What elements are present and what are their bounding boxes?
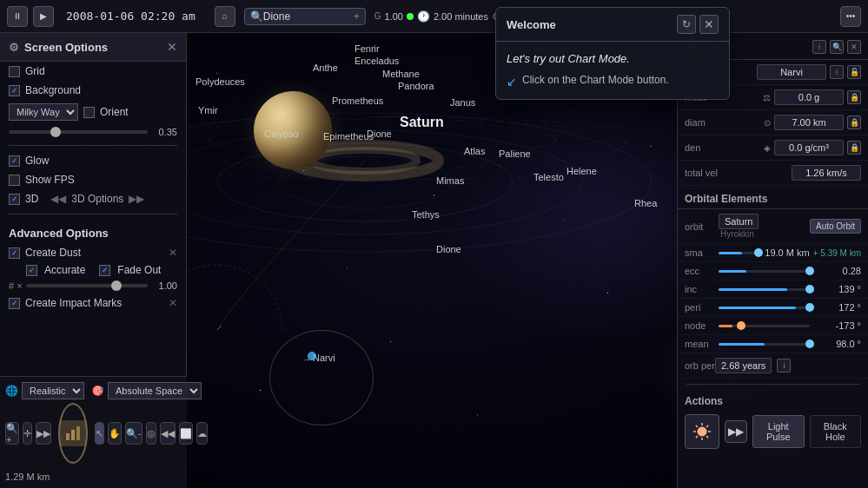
glow-row: Glow <box>0 151 186 170</box>
orient-label[interactable]: Orient <box>100 106 129 118</box>
create-dust-label[interactable]: Create Dust <box>25 247 81 259</box>
glow-checkbox[interactable] <box>9 155 20 167</box>
den-value[interactable]: 0.0 g/cm³ <box>774 140 844 155</box>
planet-label-methane[interactable]: Methane <box>382 69 420 79</box>
play-button[interactable]: ▶ <box>33 6 54 27</box>
threed-checkbox[interactable] <box>9 194 20 205</box>
planet-label-janus[interactable]: Janus <box>450 97 475 108</box>
realistic-select[interactable]: Realistic Artistic <box>22 382 84 399</box>
accurate-label[interactable]: Accurate <box>44 264 85 276</box>
absolute-space-select[interactable]: Absolute Space <box>108 382 202 399</box>
orbit-value[interactable]: Saturn <box>719 214 759 229</box>
cursor-button[interactable]: ↖ <box>95 422 104 445</box>
brightness-slider[interactable] <box>9 130 148 134</box>
orb-per-info-icon[interactable]: i <box>777 359 791 373</box>
orb-per-value[interactable]: 2.68 years <box>715 358 772 373</box>
pause-button[interactable]: ⏸ <box>7 6 28 27</box>
name-value[interactable]: Narvi <box>757 64 826 80</box>
crosshair-button[interactable]: ✛ <box>23 422 32 445</box>
hand-button[interactable]: ✋ <box>108 422 122 445</box>
actions-section: Actions ▶▶ Light Pulse <box>678 390 868 454</box>
background-row: Background <box>0 81 186 100</box>
create-dust-checkbox[interactable] <box>9 247 20 259</box>
grid-label[interactable]: Grid <box>25 65 45 77</box>
create-dust-close[interactable]: ✕ <box>169 247 177 259</box>
name-lock-icon[interactable]: 🔓 <box>847 65 861 79</box>
orient-checkbox[interactable] <box>83 107 95 118</box>
planet-label-fenrir[interactable]: Fenrir <box>354 43 380 54</box>
auto-orbit-button[interactable]: Auto Orbit <box>810 219 861 234</box>
sma-slider[interactable] <box>719 252 759 254</box>
search-bar[interactable]: 🔍 + <box>244 8 366 25</box>
create-impact-checkbox[interactable] <box>9 298 20 309</box>
search-input[interactable] <box>263 10 350 23</box>
info-button[interactable]: i <box>812 40 826 54</box>
sun-action-button[interactable] <box>685 414 719 449</box>
name-info-icon[interactable]: i <box>830 65 844 79</box>
grid-row: Grid <box>0 62 186 81</box>
brightness-slider-row: 0.35 <box>0 124 186 140</box>
bg-select[interactable]: Milky Way None Custom <box>9 103 78 121</box>
nav-controls-row: 🔍+ ✛ ▶▶ ↖ ✋ 🔍- ◎ ◀◀ ⬜ ☁ <box>5 403 182 464</box>
fade-out-label[interactable]: Fade Out <box>117 264 161 276</box>
action-forward-button[interactable]: ▶▶ <box>725 420 747 443</box>
grid-checkbox[interactable] <box>9 66 20 77</box>
zoom-out-button[interactable]: 🔍- <box>125 422 142 445</box>
brightness-thumb[interactable] <box>50 127 61 137</box>
peri-slider[interactable] <box>719 307 810 309</box>
zoom-in-button[interactable]: 🔍+ <box>5 422 19 445</box>
light-pulse-button[interactable]: Light Pulse <box>752 415 805 448</box>
cloud-button[interactable]: ☁ <box>196 422 208 445</box>
popup-close-button[interactable]: ✕ <box>699 15 719 34</box>
select-button[interactable]: ⬜ <box>179 422 193 445</box>
mass-value[interactable]: 0.0 g <box>774 89 844 105</box>
mass-lock-icon[interactable]: 🔒 <box>847 90 861 104</box>
home-button[interactable]: ⌂ <box>215 6 235 27</box>
back-button[interactable]: ◀◀ <box>160 422 176 445</box>
search-object-button[interactable]: 🔍 <box>830 40 844 54</box>
mean-slider[interactable] <box>719 343 810 346</box>
search-add-icon[interactable]: + <box>354 10 360 23</box>
threed-options-label[interactable]: 3D Options <box>71 193 123 205</box>
create-impact-close[interactable]: ✕ <box>169 297 177 309</box>
planet-label-ymir[interactable]: Ymir <box>198 105 218 115</box>
threed-prev-icon[interactable]: ◀◀ <box>50 193 66 205</box>
fade-out-checkbox[interactable] <box>99 265 110 276</box>
node-slider[interactable] <box>719 325 810 327</box>
show-fps-checkbox[interactable] <box>9 175 20 186</box>
welcome-popup: Welcome ↻ ✕ Let's try out Chart Mode. ↙ … <box>495 7 730 100</box>
forward-button[interactable]: ▶▶ <box>36 422 51 445</box>
more-button[interactable]: ••• <box>840 6 861 27</box>
threed-label[interactable]: 3D <box>25 193 38 205</box>
popup-refresh-button[interactable]: ↻ <box>677 15 696 34</box>
chart-mode-control[interactable] <box>58 403 88 464</box>
arrow-icon: ↙ <box>507 75 517 89</box>
black-hole-button[interactable]: Black Hole <box>810 415 862 448</box>
den-lock-icon[interactable]: 🔒 <box>847 141 861 155</box>
background-label[interactable]: Background <box>25 84 81 96</box>
total-vel-row: total vel 1.26 km/s <box>678 161 868 186</box>
close-panel-button[interactable]: ✕ <box>847 40 861 54</box>
diam-lock-icon[interactable]: 🔒 <box>847 115 861 129</box>
saturn-planet[interactable] <box>254 91 341 169</box>
diam-value[interactable]: 7.00 km <box>774 115 844 130</box>
hash-thumb[interactable] <box>111 280 122 291</box>
close-button[interactable]: ✕ <box>167 40 177 54</box>
planet-label-enceladus[interactable]: Enceladus <box>354 56 399 66</box>
svg-line-17 <box>706 436 708 438</box>
accurate-checkbox[interactable] <box>26 265 37 276</box>
track-button[interactable]: ◎ <box>146 422 156 445</box>
threed-next-icon[interactable]: ▶▶ <box>129 193 144 205</box>
planet-label-anthe[interactable]: Anthe <box>313 63 338 73</box>
create-impact-label[interactable]: Create Impact Marks <box>25 297 122 309</box>
background-checkbox[interactable] <box>9 85 20 96</box>
hash-slider[interactable] <box>26 284 148 287</box>
hash-label: # × <box>9 280 23 291</box>
inc-slider[interactable] <box>719 288 810 291</box>
planet-label-polydeuces[interactable]: Polydeuces <box>195 76 245 87</box>
ecc-slider[interactable] <box>719 270 810 273</box>
glow-label[interactable]: Glow <box>25 155 49 167</box>
show-fps-label[interactable]: Show FPS <box>25 174 75 186</box>
total-vel-value[interactable]: 1.26 km/s <box>792 165 861 181</box>
planet-label-pandora[interactable]: Pandora <box>398 81 434 91</box>
